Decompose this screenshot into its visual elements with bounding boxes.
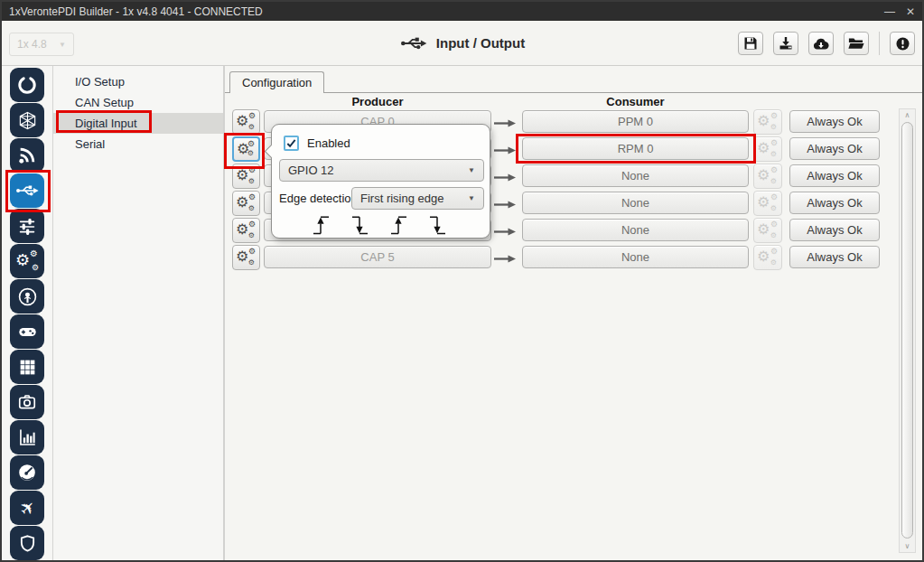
nav-item-digital-input[interactable]: Digital Input xyxy=(53,113,223,134)
import-button[interactable] xyxy=(773,32,798,55)
consumer-button[interactable]: None xyxy=(522,164,749,187)
sidebar-item-plane[interactable]: ✈ xyxy=(10,491,44,525)
info-icon xyxy=(896,37,910,51)
tab-divider xyxy=(225,92,922,93)
sidebar-item-broadcast[interactable] xyxy=(10,279,44,314)
version-select[interactable]: 1x 4.8 ▼ xyxy=(9,33,74,56)
consumer-header: Consumer xyxy=(522,95,749,108)
arrow-right-icon xyxy=(493,200,517,210)
sidebar-item-sliders[interactable] xyxy=(10,209,44,243)
tab-configuration[interactable]: Configuration xyxy=(229,71,324,93)
chevron-down-icon: ▼ xyxy=(468,166,475,174)
page-title: Input / Output xyxy=(436,35,525,51)
falling-edge-icon xyxy=(351,213,371,237)
bar-chart-icon xyxy=(17,427,37,447)
sidebar-item-camera[interactable] xyxy=(10,385,44,419)
consumer-gear-button: ⚙⚙⚙ xyxy=(753,109,782,135)
sidebar-item-hexagon-network[interactable] xyxy=(10,103,44,137)
producer-gear-button[interactable]: ⚙⚙⚙ xyxy=(232,109,260,135)
sidebar-item-gauge[interactable] xyxy=(10,455,44,490)
cloud-download-icon xyxy=(813,37,829,51)
arrow-right-icon xyxy=(493,227,517,237)
sidebar: ⚙ ⚙ ⚙ ✈ xyxy=(2,66,53,560)
status-button[interactable]: Always Ok xyxy=(789,246,880,268)
cloud-download-button[interactable] xyxy=(808,32,834,55)
scroll-down-icon[interactable]: ∨ xyxy=(900,542,915,550)
digital-input-popup: Enabled GPIO 12 ▼ Edge detection First r… xyxy=(271,124,490,239)
edge-detection-select[interactable]: First rising edge ▼ xyxy=(351,187,484,210)
vertical-scrollbar[interactable]: ∧ ∨ xyxy=(899,108,916,553)
status-button[interactable]: Always Ok xyxy=(789,164,880,187)
gpio-select-value: GPIO 12 xyxy=(288,164,334,177)
edge-detection-value: First rising edge xyxy=(360,192,443,205)
consumer-gear-button: ⚙⚙⚙ xyxy=(753,164,782,189)
sidebar-item-ring[interactable] xyxy=(10,68,44,102)
gamepad-icon xyxy=(17,322,38,342)
sidebar-item-signal[interactable] xyxy=(10,138,44,173)
sidebar-item-bar-chart[interactable] xyxy=(10,420,44,454)
nav-panel: I/O Setup CAN Setup Digital Input Serial xyxy=(53,66,225,560)
window-title: 1xVerontePDI Builder - 1x v4.8 4041 - CO… xyxy=(9,5,873,18)
arrow-right-icon xyxy=(493,254,517,264)
consumer-button-rpm0[interactable]: RPM 0 xyxy=(522,137,749,160)
consumer-gear-button: ⚙⚙⚙ xyxy=(753,218,782,243)
plane-icon: ✈ xyxy=(15,496,39,520)
producer-gear-button[interactable]: ⚙⚙⚙ xyxy=(232,245,260,270)
gauge-icon xyxy=(17,463,37,482)
chevron-down-icon: ▼ xyxy=(59,41,66,49)
close-icon[interactable]: ✕ xyxy=(906,6,915,17)
status-button[interactable]: Always Ok xyxy=(789,219,880,241)
sidebar-item-gamepad[interactable] xyxy=(10,314,44,349)
app-window: 1xVerontePDI Builder - 1x v4.8 4041 - CO… xyxy=(0,0,924,562)
info-button[interactable] xyxy=(890,32,915,55)
gears-icon: ⚙ ⚙ ⚙ xyxy=(15,249,39,273)
signal-icon xyxy=(17,145,37,165)
status-button[interactable]: Always Ok xyxy=(789,137,880,160)
minimize-icon[interactable]: — xyxy=(884,6,895,17)
consumer-button[interactable]: PPM 0 xyxy=(522,110,749,133)
nav-item-can-setup[interactable]: CAN Setup xyxy=(53,92,223,113)
io-row: ⚙⚙⚙ CAP 5 None ⚙⚙⚙ Always Ok xyxy=(225,245,922,272)
arrow-right-icon xyxy=(493,173,517,183)
gpio-select[interactable]: GPIO 12 ▼ xyxy=(279,159,484,182)
broadcast-icon xyxy=(17,286,38,307)
sidebar-item-grid[interactable] xyxy=(10,350,44,384)
enabled-label: Enabled xyxy=(307,136,350,150)
nav-item-serial[interactable]: Serial xyxy=(53,134,223,155)
producer-gear-button[interactable]: ⚙⚙⚙ xyxy=(232,191,260,216)
enabled-checkbox[interactable] xyxy=(284,136,299,151)
sidebar-item-gears[interactable]: ⚙ ⚙ ⚙ xyxy=(10,244,44,278)
version-select-value: 1x 4.8 xyxy=(17,38,47,51)
scrollbar-thumb[interactable] xyxy=(901,122,913,539)
sidebar-item-usb[interactable] xyxy=(10,173,44,208)
consumer-button[interactable]: None xyxy=(522,219,749,241)
producer-gear-button[interactable]: ⚙⚙⚙ xyxy=(232,218,260,243)
rising-edge-icon xyxy=(390,213,410,237)
save-button[interactable] xyxy=(738,32,763,55)
consumer-gear-button: ⚙⚙⚙ xyxy=(753,191,782,216)
producer-gear-button[interactable]: ⚙⚙⚙ xyxy=(232,164,260,189)
download-icon xyxy=(779,36,793,51)
nav-item-io-setup[interactable]: I/O Setup xyxy=(53,71,223,92)
shield-icon xyxy=(18,534,37,553)
status-button[interactable]: Always Ok xyxy=(789,110,880,133)
open-folder-icon xyxy=(848,37,864,50)
status-button[interactable]: Always Ok xyxy=(789,192,880,214)
save-icon xyxy=(743,36,758,51)
toolbar-buttons xyxy=(728,32,915,55)
toolbar-divider xyxy=(879,32,880,55)
sidebar-item-shield[interactable] xyxy=(10,526,44,560)
scroll-up-icon[interactable]: ∧ xyxy=(900,111,915,119)
producer-button[interactable]: CAP 5 xyxy=(264,246,491,268)
toolbar: 1x 4.8 ▼ Input / Output xyxy=(2,21,922,66)
producer-gear-button-active[interactable]: ⚙⚙⚙ xyxy=(232,136,260,162)
titlebar: 1xVerontePDI Builder - 1x v4.8 4041 - CO… xyxy=(2,2,922,21)
consumer-gear-button: ⚙⚙⚙ xyxy=(753,136,782,162)
hexagon-network-icon xyxy=(17,110,38,131)
consumer-button[interactable]: None xyxy=(522,246,749,268)
page-header: Input / Output xyxy=(399,21,525,65)
arrow-right-icon xyxy=(493,118,517,128)
consumer-button[interactable]: None xyxy=(522,192,749,214)
open-folder-button[interactable] xyxy=(844,32,869,55)
consumer-gear-button: ⚙⚙⚙ xyxy=(753,245,782,270)
